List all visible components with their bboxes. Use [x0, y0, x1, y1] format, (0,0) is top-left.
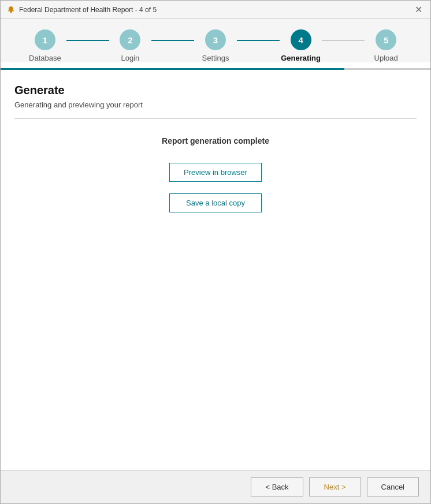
- step-4-circle: 4: [291, 29, 311, 50]
- connector-3-4: [237, 40, 280, 41]
- save-local-copy-button[interactable]: Save a local copy: [169, 193, 262, 212]
- step-5-label: Upload: [374, 54, 398, 62]
- step-2-circle: 2: [120, 29, 140, 50]
- connector-1-2: [66, 40, 109, 41]
- title-bar-left: Federal Department of Health Report - 4 …: [6, 5, 157, 14]
- step-1-circle: 1: [35, 29, 55, 50]
- title-bar: Federal Department of Health Report - 4 …: [1, 1, 430, 19]
- content-divider: [14, 118, 417, 119]
- main-content: Generate Generating and previewing your …: [1, 70, 430, 470]
- step-3-label: Settings: [202, 54, 229, 62]
- step-2: 2 Login: [109, 29, 152, 62]
- connector-2-3: [151, 40, 194, 41]
- window-title: Federal Department of Health Report - 4 …: [19, 6, 157, 14]
- step-4-label: Generating: [281, 54, 321, 62]
- next-button[interactable]: Next >: [309, 477, 361, 496]
- step-2-label: Login: [121, 54, 140, 62]
- back-button[interactable]: < Back: [251, 477, 303, 496]
- step-1: 1 Database: [24, 29, 66, 62]
- connector-4-5: [322, 40, 365, 41]
- page-subtitle: Generating and previewing your report: [14, 100, 417, 109]
- footer: < Back Next > Cancel: [1, 470, 430, 503]
- step-5: 5 Upload: [365, 29, 407, 62]
- main-window: Federal Department of Health Report - 4 …: [0, 0, 431, 504]
- close-button[interactable]: ✕: [413, 4, 425, 16]
- preview-browser-button[interactable]: Preview in browser: [169, 163, 262, 182]
- center-area: Report generation complete Preview in br…: [14, 136, 417, 212]
- cancel-button[interactable]: Cancel: [367, 477, 419, 496]
- status-text: Report generation complete: [162, 136, 269, 145]
- step-3-circle: 3: [205, 29, 226, 50]
- page-title: Generate: [14, 84, 417, 97]
- app-icon: [6, 5, 16, 14]
- step-5-circle: 5: [376, 29, 396, 50]
- step-4: 4 Generating: [280, 29, 322, 62]
- step-3: 3 Settings: [194, 29, 237, 62]
- step-1-label: Database: [29, 54, 61, 62]
- stepper: 1 Database 2 Login 3 Settings 4 Generati…: [1, 19, 430, 62]
